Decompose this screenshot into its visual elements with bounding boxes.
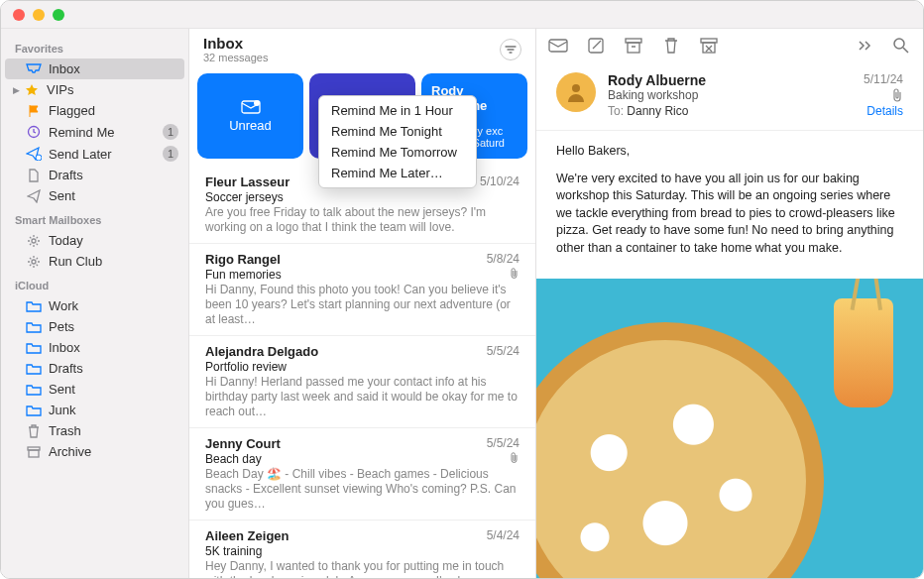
sidebar-item-label: Inbox	[49, 61, 80, 76]
sidebar-item-label: Sent	[49, 188, 75, 203]
message-row[interactable]: Alejandra Delgado5/5/24 Portfolio review…	[189, 336, 535, 428]
message-date: 5/5/24	[487, 436, 520, 451]
sidebar-item-sent[interactable]: Sent	[1, 185, 188, 206]
message-sender: Rigo Rangel	[205, 252, 281, 267]
remind-menu-item[interactable]: Remind Me Later…	[319, 163, 476, 183]
compose-icon[interactable]	[586, 37, 606, 55]
trash-icon[interactable]	[661, 37, 681, 55]
paperplane-icon	[25, 189, 43, 203]
clock-icon	[25, 125, 43, 139]
sidebar-item-label: Remind Me	[49, 125, 114, 140]
envelope-icon[interactable]	[548, 37, 568, 55]
sidebar-item-junk[interactable]: Junk	[1, 400, 188, 420]
details-link[interactable]: Details	[866, 104, 903, 118]
message-count: 32 messages	[203, 52, 500, 63]
sidebar-item-drafts[interactable]: Drafts	[1, 165, 188, 185]
reader-header: Rody Albuerne 5/11/24 Baking workshop To…	[536, 62, 923, 131]
svg-point-2	[32, 239, 36, 243]
window-titlebar	[1, 1, 923, 29]
sidebar-item-drafts[interactable]: Drafts	[1, 358, 188, 379]
sidebar-item-sent[interactable]: Sent	[1, 379, 188, 400]
sidebar-item-remind-me[interactable]: Remind Me1	[1, 121, 188, 143]
svg-point-7	[254, 100, 260, 106]
pizza-decoration	[536, 322, 824, 579]
sidebar-badge: 1	[163, 124, 178, 140]
sidebar-item-label: Archive	[49, 444, 91, 459]
sidebar-item-send-later[interactable]: Send Later1	[1, 143, 188, 165]
sidebar-item-run-club[interactable]: Run Club	[1, 251, 188, 272]
chevron-right-icon: ▶	[11, 85, 21, 95]
message-preview: Hey Danny, I wanted to thank you for put…	[205, 559, 520, 579]
sidebar-item-work[interactable]: Work	[1, 295, 188, 316]
sidebar-item-trash[interactable]: Trash	[1, 420, 188, 441]
traffic-lights	[13, 9, 64, 21]
remind-menu-item[interactable]: Remind Me in 1 Hour	[319, 100, 476, 121]
folder-icon	[25, 320, 43, 334]
svg-rect-9	[549, 40, 567, 52]
sidebar-item-label: Inbox	[49, 340, 80, 355]
minimize-window-button[interactable]	[33, 9, 45, 21]
sidebar-item-vips[interactable]: ▶VIPs	[1, 79, 188, 100]
sidebar-item-archive[interactable]: Archive	[1, 441, 188, 462]
svg-point-3	[32, 260, 36, 264]
sidebar-badge: 1	[163, 146, 178, 162]
reader-pane: Rody Albuerne 5/11/24 Baking workshop To…	[536, 29, 923, 579]
message-date: 5/4/24	[487, 528, 520, 543]
herb-decoration	[794, 285, 824, 374]
message-date: 5/8/24	[487, 252, 520, 267]
sidebar: FavoritesInbox▶VIPsFlaggedRemind Me1Send…	[1, 29, 189, 579]
message-date: 5/10/24	[480, 174, 520, 189]
folder-icon	[25, 299, 43, 313]
message-sender: Jenny Court	[205, 436, 281, 451]
archive-icon[interactable]	[624, 37, 643, 55]
message-preview: Hi Danny, Found this photo you took! Can…	[205, 283, 520, 327]
zoom-window-button[interactable]	[53, 9, 64, 21]
reader-subject: Baking workshop	[608, 88, 698, 102]
sidebar-item-label: Drafts	[49, 168, 83, 182]
message-subject: Fun memories	[205, 268, 282, 282]
paperplane-clock-icon	[25, 147, 43, 161]
sidebar-item-label: Run Club	[49, 254, 102, 269]
svg-point-1	[36, 155, 42, 161]
sidebar-section-header: iCloud	[1, 272, 188, 295]
junk-icon[interactable]	[699, 37, 719, 55]
remind-menu-item[interactable]: Remind Me Tonight	[319, 121, 476, 142]
unread-card[interactable]: Unread	[197, 73, 303, 159]
mailbox-title: Inbox	[203, 35, 500, 52]
sidebar-item-today[interactable]: Today	[1, 230, 188, 251]
attachment-icon	[891, 88, 903, 102]
message-subject: Soccer jerseys	[205, 190, 284, 204]
sidebar-item-label: VIPs	[47, 82, 73, 97]
message-list-pane: Inbox 32 messages Unread Rem Rody Albuer…	[189, 29, 536, 579]
message-subject: 5K training	[205, 544, 262, 558]
remind-menu-item[interactable]: Remind Me Tomorrow	[319, 142, 476, 163]
reader-from: Rody Albuerne	[608, 72, 706, 88]
sidebar-item-inbox[interactable]: Inbox	[1, 337, 188, 358]
message-subject: Beach day	[205, 452, 262, 466]
inbox-icon	[25, 62, 43, 76]
sidebar-item-flagged[interactable]: Flagged	[1, 100, 188, 121]
message-list[interactable]: Fleur Lasseur5/10/24 Soccer jerseys Are …	[189, 167, 535, 579]
flag-icon	[25, 104, 43, 118]
sidebar-item-pets[interactable]: Pets	[1, 316, 188, 337]
more-icon[interactable]	[854, 37, 873, 55]
sidebar-item-label: Drafts	[49, 361, 83, 376]
message-row[interactable]: Aileen Zeigen5/4/24 5K training Hey Dann…	[189, 521, 535, 579]
folder-icon	[25, 383, 43, 397]
gear-icon	[25, 255, 43, 269]
sidebar-item-label: Work	[49, 298, 78, 313]
sidebar-item-inbox[interactable]: Inbox	[5, 58, 184, 79]
close-window-button[interactable]	[13, 9, 25, 21]
filter-button[interactable]	[500, 39, 521, 60]
reader-attachment-image	[536, 279, 923, 579]
message-preview: Beach Day 🏖️ - Chill vibes - Beach games…	[205, 467, 520, 512]
folder-icon	[25, 362, 43, 376]
body-greeting: Hello Bakers,	[556, 143, 903, 161]
search-icon[interactable]	[891, 37, 911, 55]
sidebar-item-label: Send Later	[49, 147, 112, 162]
message-subject: Portfolio review	[205, 360, 287, 374]
message-row[interactable]: Jenny Court5/5/24 Beach day Beach Day 🏖️…	[189, 428, 535, 521]
archive-icon	[25, 445, 43, 459]
sidebar-item-label: Today	[49, 233, 83, 248]
message-row[interactable]: Rigo Rangel5/8/24 Fun memories Hi Danny,…	[189, 244, 535, 336]
